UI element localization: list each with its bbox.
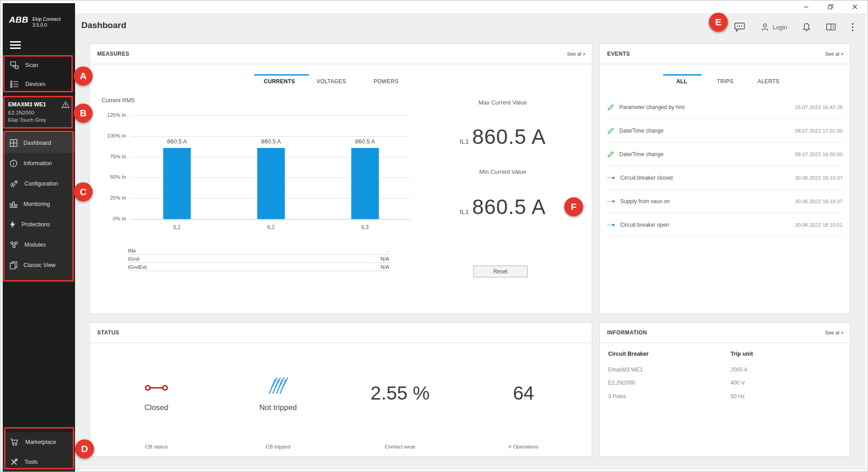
event-row[interactable]: Circuit breaker open 30.06.2022 18:10:21 xyxy=(607,213,843,237)
info-value: E2.2N2000 xyxy=(608,380,635,386)
y-axis-tick: 100% In xyxy=(90,133,126,138)
sidebar-item-label: Monitoring xyxy=(24,201,50,207)
tab-currents[interactable]: CURRENTS xyxy=(255,78,304,85)
table-row: IGnd N/A xyxy=(127,255,390,263)
event-timestamp: 30.06.2022 18:10:21 xyxy=(795,222,843,228)
help-book-icon[interactable] xyxy=(826,23,836,31)
pencil-edit-icon xyxy=(607,104,614,111)
min-current-value: IL1860.5 A xyxy=(417,195,589,219)
status-panel: STATUS Closed CB status Not tripped CB t… xyxy=(90,322,592,457)
bar-chart-icon xyxy=(9,200,18,208)
sidebar-item-information[interactable]: Information xyxy=(3,153,75,173)
event-timestamp: 25.07.2022 16:42:26 xyxy=(795,105,843,110)
event-label: Parameter changed by hmi xyxy=(619,104,790,110)
operations-caption: # Operations xyxy=(474,444,573,449)
operations-value: 64 xyxy=(474,382,573,404)
connected-device-card[interactable]: EMAXM3 WE1 E2.2N2000 Ekip Touch Grey xyxy=(3,97,75,129)
circuit-breaker-heading: Circuit Breaker xyxy=(608,351,649,357)
sidebar-item-label: Dashboard xyxy=(24,140,51,146)
row-label: IGnd xyxy=(128,256,139,262)
row-label: INe xyxy=(128,248,136,253)
kebab-menu-icon[interactable] xyxy=(851,23,854,32)
event-row[interactable]: Parameter changed by hmi 25.07.2022 16:4… xyxy=(607,95,843,119)
events-panel: EVENTS See al > ALL TRIPS ALERTS Paramet… xyxy=(599,43,850,314)
event-row[interactable]: Date/Time change 08.07.2022 16:50:00 xyxy=(607,143,843,166)
sidebar: ABB Ekip Connect 3.5.0.0 Scan Devices xyxy=(3,3,75,470)
sidebar-item-label: Protections xyxy=(22,221,50,228)
not-tripped-springs-icon xyxy=(268,376,288,397)
sidebar-item-label: Modules xyxy=(24,242,46,248)
sidebar-item-configuration[interactable]: Configuration xyxy=(3,173,75,194)
sidebar-item-protections[interactable]: Protections xyxy=(3,214,75,234)
sidebar-item-label: Devices xyxy=(25,81,45,87)
window-minimize-button[interactable] xyxy=(803,4,809,10)
min-current-phase: IL1 xyxy=(460,208,469,215)
notifications-bell-icon[interactable] xyxy=(802,23,811,32)
panel-title: EVENTS xyxy=(607,51,630,57)
row-value: N/A xyxy=(381,264,389,270)
max-current-phase: IL1 xyxy=(460,138,469,145)
event-row[interactable]: Supply from vaux on 30.06.2022 18:19:37 xyxy=(607,190,843,213)
login-label: Login xyxy=(773,24,787,31)
shopping-cart-icon xyxy=(10,438,19,446)
sidebar-item-devices[interactable]: Devices xyxy=(3,75,75,94)
x-axis-label: IL1 xyxy=(159,224,195,230)
cb-tripped-indicator: Not tripped CB tripped xyxy=(228,345,328,454)
scan-network-icon xyxy=(10,61,19,70)
contact-wear-indicator: 2.55 % Contact wear xyxy=(350,345,450,454)
info-value: 3 Poles xyxy=(608,393,626,400)
event-row[interactable]: Date/Time change 08.07.2022 17:01:00 xyxy=(607,119,843,143)
trip-unit-heading: Trip unit xyxy=(731,351,753,357)
device-name: EMAXM3 WE1 xyxy=(8,101,46,108)
sidebar-bottom: Marketplace Tools xyxy=(3,432,75,472)
feedback-chat-icon[interactable] xyxy=(734,22,745,32)
app-logo: ABB Ekip Connect 3.5.0.0 xyxy=(9,15,61,28)
panel-title: MEASURES xyxy=(97,51,129,57)
contact-wear-value: 2.55 % xyxy=(350,382,450,404)
bar-value-label: 860.5 A xyxy=(167,138,187,145)
sidebar-item-modules[interactable]: Modules xyxy=(3,234,75,255)
bar-il2: 860.5 A xyxy=(257,148,285,219)
tab-powers[interactable]: POWERS xyxy=(361,78,411,85)
panel-title: INFORMATION xyxy=(607,329,647,336)
sidebar-item-marketplace[interactable]: Marketplace xyxy=(3,432,75,452)
active-tab-indicator xyxy=(663,74,702,76)
info-value: EmaxM3 WE1 xyxy=(608,367,643,373)
state-change-arrow-icon xyxy=(607,199,615,204)
menu-toggle-icon[interactable] xyxy=(10,41,21,49)
y-axis-tick: 50% In xyxy=(90,174,126,180)
min-current-label: Min Current Value xyxy=(417,168,589,175)
page-title: Dashboard xyxy=(81,20,126,30)
information-see-all-link[interactable]: See al > xyxy=(825,330,844,335)
sidebar-item-scan[interactable]: Scan xyxy=(3,56,75,75)
active-tab-indicator xyxy=(254,74,309,76)
events-see-all-link[interactable]: See al > xyxy=(825,51,844,57)
panel-title: STATUS xyxy=(97,329,119,336)
tab-alerts[interactable]: ALERTS xyxy=(750,78,787,85)
gears-icon xyxy=(9,180,19,188)
cb-tripped-caption: CB tripped xyxy=(228,444,328,449)
cb-status-caption: CB status xyxy=(107,444,206,449)
window-close-button[interactable] xyxy=(852,4,858,10)
tab-all[interactable]: ALL xyxy=(664,78,700,85)
app-version: 3.5.0.0 xyxy=(33,22,47,28)
y-axis-tick: 125% In xyxy=(90,112,126,118)
max-current-value: IL1860.5 A xyxy=(417,124,589,149)
sidebar-item-monitoring[interactable]: Monitoring xyxy=(3,194,75,214)
sidebar-item-label: Classic View xyxy=(24,262,56,268)
event-label: Supply from vaux on xyxy=(620,198,790,205)
measures-see-all-link[interactable]: See al > xyxy=(567,51,585,57)
event-row[interactable]: Circuit breaker closed 30.06.2022 18:19:… xyxy=(607,166,843,190)
login-button[interactable]: Login xyxy=(760,23,787,32)
sidebar-item-dashboard[interactable]: Dashboard xyxy=(3,133,75,153)
sidebar-item-classic-view[interactable]: Classic View xyxy=(3,255,75,275)
info-value: 400 V xyxy=(731,380,745,386)
tab-voltages[interactable]: VOLTAGES xyxy=(307,78,356,85)
reset-button[interactable]: Reset xyxy=(473,266,528,277)
tab-trips[interactable]: TRIPS xyxy=(707,78,743,85)
modules-cluster-icon xyxy=(9,241,19,249)
cb-tripped-value: Not tripped xyxy=(228,403,328,412)
sidebar-item-label: Marketplace xyxy=(25,439,56,445)
sidebar-item-tools[interactable]: Tools xyxy=(3,452,75,472)
window-restore-button[interactable] xyxy=(828,4,833,10)
